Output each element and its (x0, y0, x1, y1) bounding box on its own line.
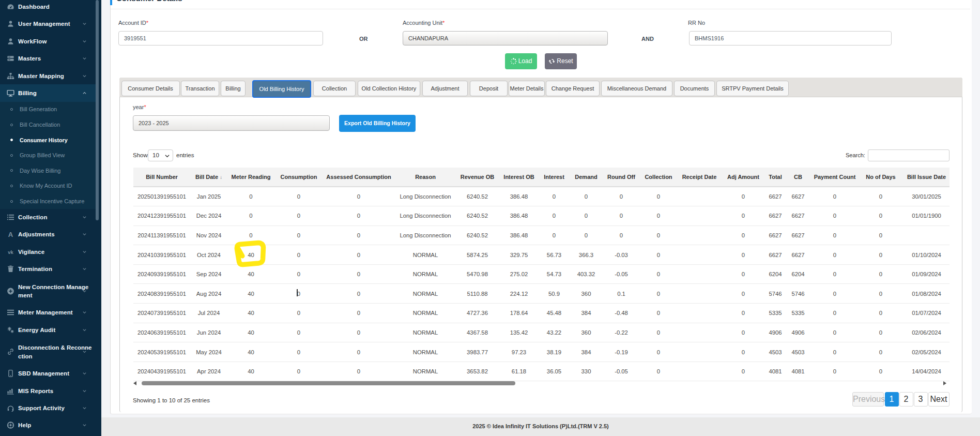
svg-text:vk: vk (8, 250, 13, 255)
svg-text:A: A (8, 231, 13, 238)
